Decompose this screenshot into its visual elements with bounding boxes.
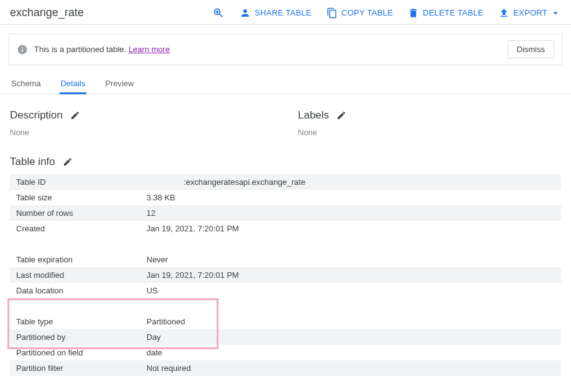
partition-notice: This is a partitioned table. Learn more … (9, 33, 562, 65)
val-last-modified: Jan 19, 2021, 7:20:01 PM (140, 267, 561, 283)
header-bar: exchange_rate SHARE TABLE COPY TABLE DEL… (0, 0, 571, 25)
edit-labels-button[interactable] (336, 110, 346, 120)
copy-icon (326, 7, 338, 19)
labels-heading: Labels (298, 109, 329, 122)
key-table-size: Table size (10, 190, 140, 205)
query-icon (212, 7, 225, 19)
export-button[interactable]: EXPORT (498, 7, 561, 19)
delete-label: DELETE TABLE (423, 8, 483, 17)
row-partitioned-on: Partitioned on field date (10, 345, 561, 360)
tab-schema[interactable]: Schema (10, 74, 42, 94)
val-partitioned-by: Day (140, 329, 561, 345)
row-table-size: Table size 3.38 KB (10, 190, 561, 205)
share-table-button[interactable]: SHARE TABLE (240, 7, 312, 19)
description-heading: Description (10, 109, 63, 122)
key-num-rows: Number of rows (10, 205, 140, 221)
val-partitioned-on: date (140, 345, 561, 360)
val-table-size: 3.38 KB (140, 190, 561, 205)
val-num-rows: 12 (140, 205, 561, 221)
dismiss-button[interactable]: Dismiss (508, 40, 555, 58)
key-expiration: Table expiration (10, 252, 140, 267)
key-created: Created (10, 221, 140, 236)
chevron-down-icon (550, 7, 561, 19)
description-value: None (10, 128, 273, 137)
share-icon (240, 7, 251, 19)
share-label: SHARE TABLE (254, 8, 312, 17)
tab-details[interactable]: Details (60, 74, 87, 94)
key-partitioned-on: Partitioned on field (10, 345, 140, 360)
val-created: Jan 19, 2021, 7:20:01 PM (140, 221, 561, 236)
edit-description-button[interactable] (70, 110, 80, 120)
table-info-table: Table ID :exchangeratesapi.exchange_rate… (10, 174, 561, 376)
val-data-location: US (140, 283, 561, 298)
row-last-modified: Last modified Jan 19, 2021, 7:20:01 PM (10, 267, 561, 283)
table-info-section: Table info Table ID :exchangeratesapi.ex… (10, 156, 561, 376)
export-icon (498, 7, 510, 19)
val-partition-filter: Not required (140, 360, 561, 376)
learn-more-link[interactable]: Learn more (128, 45, 169, 54)
key-table-id: Table ID (10, 174, 140, 190)
val-table-id: :exchangeratesapi.exchange_rate (140, 174, 561, 190)
export-label: EXPORT (513, 8, 547, 17)
details-content: Description None Labels None Table info … (0, 94, 571, 376)
key-partition-filter: Partition filter (10, 360, 140, 376)
key-last-modified: Last modified (10, 267, 140, 283)
row-partition-filter: Partition filter Not required (10, 360, 561, 376)
labels-section: Labels None (298, 109, 561, 137)
copy-table-button[interactable]: COPY TABLE (326, 7, 393, 19)
toolbar: SHARE TABLE COPY TABLE DELETE TABLE EXPO… (212, 7, 561, 19)
description-section: Description None (10, 109, 273, 137)
tab-bar: Schema Details Preview (0, 74, 571, 94)
table-info-heading: Table info (10, 156, 55, 168)
row-num-rows: Number of rows 12 (10, 205, 561, 221)
copy-label: COPY TABLE (341, 8, 393, 17)
key-partitioned-by: Partitioned by (10, 329, 140, 345)
row-created: Created Jan 19, 2021, 7:20:01 PM (10, 221, 561, 236)
notice-text: This is a partitioned table. (34, 45, 126, 54)
edit-table-info-button[interactable] (63, 157, 73, 167)
row-data-location: Data location US (10, 283, 561, 298)
val-table-type: Partitioned (140, 314, 561, 329)
delete-table-button[interactable]: DELETE TABLE (408, 7, 483, 19)
row-table-type: Table type Partitioned (10, 314, 561, 329)
tab-preview[interactable]: Preview (104, 74, 135, 94)
row-partitioned-by: Partitioned by Day (10, 329, 561, 345)
delete-icon (408, 7, 419, 19)
val-expiration: Never (140, 252, 561, 267)
query-table-button[interactable] (212, 7, 225, 19)
labels-value: None (298, 128, 561, 137)
info-icon (17, 44, 28, 55)
page-title: exchange_rate (10, 6, 84, 19)
row-table-id: Table ID :exchangeratesapi.exchange_rate (10, 174, 561, 190)
key-data-location: Data location (10, 283, 140, 298)
row-expiration: Table expiration Never (10, 252, 561, 267)
key-table-type: Table type (10, 314, 140, 329)
